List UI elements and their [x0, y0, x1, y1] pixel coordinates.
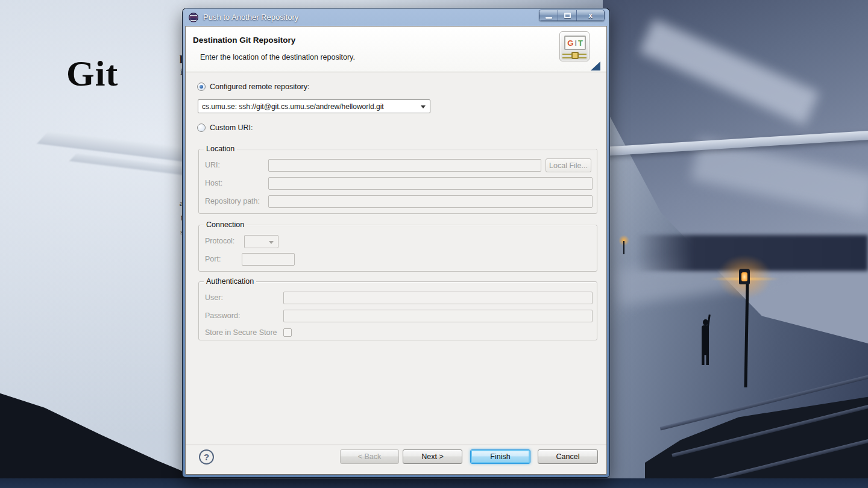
connection-group: Connection Protocol: Port: — [198, 225, 597, 272]
background-figure — [699, 318, 711, 365]
close-button[interactable]: x — [577, 10, 604, 20]
window-title: Push to Another Repository — [203, 13, 298, 22]
help-button[interactable]: ? — [199, 449, 214, 465]
configured-remote-label: Configured remote repository: — [210, 83, 309, 91]
uri-input[interactable] — [268, 159, 541, 172]
configured-remote-radio[interactable] — [197, 83, 206, 91]
remote-repository-combobox[interactable]: cs.umu.se: ssh://git@git.cs.umu.se/andre… — [198, 99, 430, 113]
password-input[interactable] — [283, 310, 593, 322]
git-icon-board: G I T — [564, 36, 586, 50]
store-secure-checkbox[interactable] — [283, 328, 292, 337]
location-legend: Location — [204, 145, 237, 153]
git-letter-t: T — [578, 39, 583, 48]
custom-uri-radio[interactable] — [197, 124, 206, 132]
protocol-combobox[interactable] — [244, 235, 278, 248]
wizard-content: Configured remote repository: cs.umu.se:… — [186, 73, 606, 474]
desktop-screen: Git l i a t s Push to Another Repository… — [0, 0, 868, 488]
git-letter-i: I — [574, 39, 577, 48]
chevron-down-icon — [269, 241, 274, 244]
port-input[interactable] — [242, 253, 295, 266]
push-repository-dialog: Push to Another Repository x Destination… — [183, 8, 609, 477]
occluded-text-fragment: i — [175, 67, 183, 77]
host-label: Host: — [205, 179, 222, 187]
finish-button[interactable]: Finish — [470, 449, 530, 464]
next-button[interactable]: Next > — [403, 449, 462, 464]
authentication-group: Authentication User: Password: Store in … — [198, 281, 597, 340]
window-controls: x — [539, 10, 605, 21]
remote-repository-value: cs.umu.se: ssh://git@git.cs.umu.se/andre… — [202, 102, 384, 111]
custom-uri-label: Custom URI: — [210, 124, 253, 132]
store-secure-label: Store in Secure Store — [205, 328, 277, 337]
protocol-label: Protocol: — [205, 237, 234, 245]
uri-label: URI: — [205, 161, 220, 169]
banner-corner-triangle — [591, 61, 600, 70]
figure-legs — [702, 351, 709, 365]
footer-separator — [186, 445, 606, 445]
repository-path-label: Repository path: — [205, 197, 260, 205]
wizard-banner: Destination Git Repository Enter the loc… — [186, 27, 606, 72]
titlebar[interactable]: Push to Another Repository x — [183, 8, 609, 26]
maximize-button[interactable] — [558, 10, 577, 20]
password-label: Password: — [205, 311, 240, 320]
location-group: Location URI: Local File... Host: Reposi… — [198, 149, 597, 214]
user-label: User: — [205, 293, 223, 302]
git-letter-g: G — [567, 39, 573, 48]
host-input[interactable] — [268, 177, 593, 190]
figure-body — [702, 325, 709, 352]
footer-button-bar: ? < Back Next > Finish Cancel — [186, 449, 606, 468]
occluded-text-fragment: l — [175, 53, 183, 66]
background-shadow-band — [636, 235, 868, 271]
repository-path-input[interactable] — [268, 195, 593, 208]
slide-heading: Git — [66, 53, 118, 95]
maximize-icon — [564, 13, 571, 18]
chevron-down-icon — [421, 105, 426, 108]
page-subtitle: Enter the location of the destination re… — [200, 53, 355, 61]
connection-legend: Connection — [204, 221, 247, 229]
git-icon-node — [571, 52, 579, 59]
eclipse-icon — [189, 13, 198, 22]
distant-light-pole — [623, 241, 624, 254]
local-file-button[interactable]: Local File... — [546, 158, 591, 172]
minimize-icon — [546, 17, 552, 19]
git-icon: G I T — [559, 31, 590, 61]
lamp-light — [741, 272, 747, 281]
user-input[interactable] — [283, 292, 593, 304]
dialog-body: Destination Git Repository Enter the loc… — [185, 26, 607, 475]
minimize-button[interactable] — [539, 10, 558, 20]
back-button[interactable]: < Back — [340, 449, 399, 464]
background-bottom-strip — [0, 478, 868, 488]
port-label: Port: — [205, 255, 221, 263]
cancel-button[interactable]: Cancel — [538, 449, 598, 464]
figure-head — [703, 319, 708, 325]
authentication-legend: Authentication — [204, 277, 256, 286]
page-title: Destination Git Repository — [193, 36, 295, 45]
